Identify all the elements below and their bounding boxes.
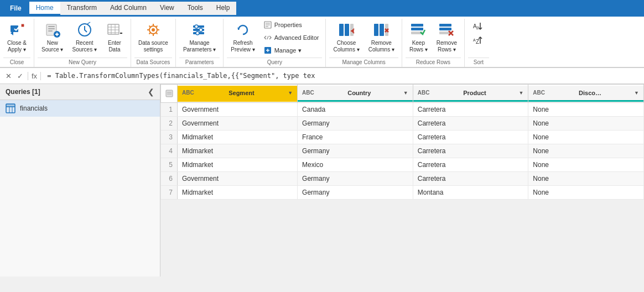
svg-line-30 (155, 26, 157, 28)
product-type: ABC (418, 90, 430, 96)
table-icon (6, 103, 15, 113)
parameters-group-label: Parameters (179, 58, 220, 67)
cell-segment: Midmarket (178, 144, 298, 158)
choose-columns-button[interactable]: ChooseColumns ▾ (329, 19, 363, 55)
manage-columns-group-label: Manage Columns (329, 58, 398, 67)
manage-icon (263, 46, 272, 55)
table-row: 5 Midmarket Mexico Carretera None (161, 158, 644, 172)
svg-rect-58 (411, 24, 423, 27)
tab-add-column[interactable]: Add Column (103, 2, 153, 15)
formula-bar-actions: ✕ ✓ (3, 71, 25, 81)
cell-segment: Government (178, 103, 298, 117)
data-source-settings-button[interactable]: Data sourcesettings (134, 19, 172, 55)
properties-label: Properties (274, 22, 302, 28)
tab-transform[interactable]: Transform (60, 2, 103, 15)
segment-dropdown[interactable]: ▼ (288, 90, 293, 96)
sidebar-header: Queries [1] ❮ (0, 84, 160, 100)
sort-buttons: A Z A Z (468, 19, 489, 48)
svg-rect-76 (6, 104, 15, 107)
ribbon-group-close: Close &Apply ▾ Close (0, 19, 34, 67)
svg-rect-7 (48, 26, 55, 27)
svg-rect-77 (166, 90, 173, 97)
svg-rect-48 (345, 24, 349, 36)
file-tab[interactable]: File (2, 2, 29, 14)
svg-rect-62 (439, 28, 451, 30)
close-apply-button[interactable]: Close &Apply ▾ (3, 19, 30, 55)
sort-desc-button[interactable]: A Z (468, 33, 489, 48)
refresh-preview-icon (234, 21, 252, 39)
tab-view[interactable]: View (153, 2, 181, 15)
choose-columns-label: ChooseColumns ▾ (333, 40, 359, 53)
ribbon-group-new-query: NewSource ▾ RecentSources ▾ (34, 19, 131, 67)
formula-bar: ✕ ✓ fx (0, 67, 644, 84)
close-apply-label: Close &Apply ▾ (7, 40, 27, 53)
sidebar-item-financials[interactable]: financials (0, 100, 160, 117)
formula-confirm-button[interactable]: ✓ (15, 71, 25, 81)
cell-segment: Midmarket (178, 158, 298, 172)
svg-rect-8 (48, 28, 55, 29)
col-header-product[interactable]: ABC Product ▼ (413, 85, 528, 103)
reduce-rows-group-label: Reduce Rows (406, 58, 461, 67)
svg-rect-54 (380, 24, 384, 36)
remove-rows-button[interactable]: RemoveRows ▾ (433, 19, 461, 55)
table-row: 2 Government Germany Carretera None (161, 117, 644, 131)
manage-parameters-label: ManageParameters ▾ (183, 40, 216, 53)
cell-product: Carretera (413, 117, 528, 131)
tab-help[interactable]: Help (210, 2, 237, 15)
manage-button[interactable]: Manage ▾ (260, 44, 323, 56)
close-apply-icon (8, 21, 26, 39)
ribbon-group-manage-columns: ChooseColumns ▾ RemoveColumns ▾ (326, 19, 402, 67)
country-type: ABC (302, 90, 314, 96)
svg-point-23 (152, 28, 155, 32)
ribbon-group-reduce-rows: KeepRows ▾ RemoveRows ▾ Red (402, 19, 465, 67)
main-area: ✕ ✓ fx Queries [1] ❮ (0, 67, 644, 277)
advanced-editor-label: Advanced Editor (274, 34, 319, 41)
col-header-segment[interactable]: ABC Segment ▼ (178, 85, 298, 103)
svg-line-43 (267, 36, 268, 39)
segment-name: Segment (198, 90, 286, 96)
table-row: 6 Government Germany Carretera None (161, 172, 644, 186)
tab-home[interactable]: Home (29, 2, 60, 15)
svg-line-31 (149, 33, 150, 34)
formula-input[interactable] (43, 72, 641, 80)
col-header-discount[interactable]: ABC Disco… ▼ (528, 85, 644, 103)
data-source-settings-icon (144, 21, 162, 39)
data-grid-container[interactable]: ABC Segment ▼ ABC Cou (160, 84, 644, 277)
tab-tools[interactable]: Tools (181, 2, 210, 15)
selector-col-header[interactable] (161, 85, 178, 103)
product-dropdown[interactable]: ▼ (518, 90, 523, 96)
sidebar-collapse-button[interactable]: ❮ (148, 87, 154, 96)
content-row: Queries [1] ❮ financials (0, 84, 644, 277)
cell-product: Carretera (413, 103, 528, 117)
svg-rect-9 (48, 30, 53, 32)
col-header-country[interactable]: ABC Country ▼ (298, 85, 413, 103)
discount-dropdown[interactable]: ▼ (634, 90, 639, 96)
cell-discount: None (528, 144, 644, 158)
advanced-editor-button[interactable]: Advanced Editor (260, 32, 323, 44)
cell-country: Germany (298, 186, 413, 200)
cell-discount: None (528, 103, 644, 117)
table-row: 3 Midmarket France Carretera None (161, 131, 644, 144)
properties-icon (263, 20, 272, 29)
row-num: 7 (161, 186, 178, 200)
new-source-label: NewSource ▾ (41, 40, 63, 53)
refresh-preview-button[interactable]: RefreshPreview ▾ (227, 19, 258, 55)
discount-type: ABC (533, 90, 545, 96)
manage-parameters-button[interactable]: ManageParameters ▾ (179, 19, 220, 55)
query-group-label: Query (227, 58, 322, 67)
remove-columns-button[interactable]: RemoveColumns ▾ (365, 19, 398, 55)
enter-data-button[interactable]: EnterData (102, 19, 127, 55)
ribbon-group-data-sources: Data sourcesettings Data Sources (131, 19, 176, 67)
cell-country: Germany (298, 144, 413, 158)
svg-line-29 (155, 33, 157, 34)
sidebar: Queries [1] ❮ financials (0, 84, 160, 277)
country-name: Country (318, 90, 401, 96)
manage-label: Manage ▾ (274, 47, 302, 54)
formula-cancel-button[interactable]: ✕ (3, 71, 14, 81)
country-dropdown[interactable]: ▼ (403, 90, 408, 96)
properties-button[interactable]: Properties (260, 19, 323, 31)
sort-asc-button[interactable]: A Z (468, 19, 489, 33)
new-source-button[interactable]: NewSource ▾ (38, 19, 67, 55)
keep-rows-button[interactable]: KeepRows ▾ (406, 19, 432, 55)
recent-sources-button[interactable]: RecentSources ▾ (68, 19, 100, 55)
